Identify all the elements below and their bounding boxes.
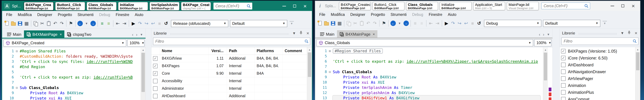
minimize-button[interactable] [607, 2, 618, 10]
titlebar[interactable]: A Spl... B4XPage_CreaB4XMainPage (ctButt… [2, 1, 312, 11]
code-line[interactable]: 8⊟Sub Class_Globals [315, 69, 552, 74]
nav-back-icon[interactable]: ← [390, 20, 396, 27]
editor-scrollbar[interactable]: ▲ [543, 47, 548, 100]
menu-aiuto[interactable]: Aiuto [132, 11, 146, 19]
restart-icon[interactable]: ↺ [476, 20, 482, 27]
scroll-up-icon[interactable]: ▲ [141, 48, 146, 52]
library-checkbox[interactable] [153, 86, 158, 91]
scrollbar-thumb[interactable] [308, 52, 311, 77]
outdent-icon[interactable]: ⇤ [114, 20, 121, 27]
code-line[interactable]: 3'Ctrl + click to sync files: ide://run?… [2, 59, 146, 64]
nav-back-icon[interactable]: ← [77, 20, 83, 27]
column-header[interactable]: Nome [160, 47, 208, 55]
collapse-region-icon[interactable]: ⊟ [327, 69, 333, 74]
quick-access-tab[interactable]: InitializeB4XMainPage (ctrl [440, 2, 472, 10]
library-item[interactable]: ✓B4XPages (Versione: 1.05) [560, 48, 635, 55]
code-line[interactable]: 4#End Region [2, 64, 146, 69]
code-line[interactable]: 10Private xui As XUI [315, 80, 552, 85]
zoom-select[interactable]: 100%▼ [534, 39, 552, 46]
menu-progetto[interactable]: Progetto [55, 11, 75, 19]
library-checkbox[interactable]: ✓ [153, 64, 158, 68]
panel-scrollbar[interactable]: ▲ [635, 47, 640, 100]
code-line[interactable]: 8⊟Sub Class_Globals [2, 85, 146, 90]
library-item[interactable]: Animation [560, 82, 635, 89]
tab-b4xmainpage[interactable]: B4XMainPage× [24, 30, 64, 39]
library-checkbox[interactable]: ✓ [561, 49, 566, 53]
step-over-icon[interactable]: ↪ [143, 20, 150, 27]
library-row[interactable]: AHDashboardAdditional [152, 92, 307, 100]
step-into-icon[interactable]: ↩ [150, 20, 156, 27]
maximize-button[interactable] [290, 2, 300, 10]
filter-box[interactable]: Filtro [153, 38, 310, 45]
new-file-icon[interactable]: ✱ [317, 20, 323, 27]
code-line[interactable]: 5 [315, 54, 552, 59]
close-button[interactable]: × [628, 2, 638, 10]
library-checkbox[interactable]: ✓ [153, 71, 158, 76]
cut-icon[interactable]: ✂ [39, 20, 46, 27]
quick-access-tab[interactable]: B4XPage_CreaB4XMainPage (ct [24, 2, 54, 11]
collapse-region-icon[interactable]: ⊟ [14, 49, 20, 54]
undo-icon[interactable]: ↶ [52, 20, 58, 27]
panel-drag-handle[interactable] [578, 33, 617, 35]
library-checkbox[interactable] [153, 79, 158, 83]
quick-access-tab[interactable]: Button1_ClickB4XMainPage (ct [55, 2, 85, 11]
menu-modifica[interactable]: Modifica [15, 11, 34, 19]
library-checkbox[interactable]: ✓ [153, 56, 158, 61]
code-line[interactable]: 13Private B4XGifView1 As B4XGifView [315, 95, 552, 100]
pin-icon[interactable] [627, 31, 632, 35]
restart-icon[interactable]: ↺ [163, 20, 169, 27]
toolbar-overflow-icon[interactable]: ▼ [290, 21, 294, 26]
library-item[interactable]: AHNavigationDrawer [560, 68, 635, 75]
library-checkbox[interactable] [561, 90, 566, 94]
column-header[interactable]: Path [227, 47, 255, 55]
titlebar[interactable]: i Spla... B4XPage_CreatecB4XMainPage (ct… [315, 1, 640, 11]
nav-dropdown-icon[interactable]: ▼ [83, 20, 90, 27]
code-line[interactable]: 9Private Root As B4XView [315, 74, 552, 80]
library-item[interactable]: AHViewPager [560, 75, 635, 82]
library-row[interactable]: ✓B4XPages1.07InternalB4A, B4i, B4. [152, 62, 307, 70]
filter-box[interactable]: Filtro [562, 37, 638, 45]
library-row[interactable]: AccessibilityInternal [152, 77, 307, 85]
run-icon[interactable]: ▶ [443, 20, 450, 27]
error-mark[interactable] [549, 92, 552, 96]
code-line[interactable]: 2#CustomBuildAction: folders ready, %WIN… [2, 54, 146, 59]
panel-splitter[interactable] [552, 29, 560, 100]
menu-finestre[interactable]: Finestre [426, 11, 445, 18]
quick-access-tab[interactable]: MainPage.bilVisual Designer (ctrl [507, 2, 539, 10]
code-editor[interactable]: 1⊞#Region Shared Files56'Ctrl + click to… [315, 47, 552, 100]
search-box[interactable]: Cerca (Ctrl+F) [541, 3, 590, 9]
panel-splitter[interactable] [146, 29, 152, 100]
quick-access-tab[interactable]: InitializeB4XMainPage (ct [118, 2, 148, 11]
code-line[interactable]: 7 [315, 64, 552, 69]
expand-region-icon[interactable]: ⊞ [327, 48, 333, 54]
indent-icon[interactable]: ⇥ [121, 20, 128, 27]
build-profile-select[interactable]: Default▼ [230, 20, 287, 27]
build-profile-select[interactable]: Default▼ [543, 20, 600, 27]
build-configuration-select[interactable]: Release (obfuscated)▼ [171, 20, 228, 27]
step-into-icon[interactable]: ↩ [463, 20, 469, 27]
tab-main[interactable]: Main [318, 30, 337, 38]
warning-mark[interactable] [549, 87, 552, 91]
redo-icon[interactable]: ↷ [58, 20, 65, 27]
library-checkbox[interactable] [561, 69, 566, 74]
menu-finestre[interactable]: Finestre [113, 11, 132, 19]
tab-b4xmainpage[interactable]: B4XMainPage× [337, 30, 378, 38]
column-header[interactable]: Versi... [208, 47, 227, 55]
code-line[interactable]: 5 [2, 69, 146, 75]
panel-close-icon[interactable]: × [634, 31, 638, 36]
zoom-select[interactable]: 100%▼ [127, 39, 144, 47]
menu-debug[interactable]: Debug [96, 11, 113, 19]
library-item[interactable]: AnimationPlus [560, 89, 635, 96]
scrollbar-thumb[interactable] [142, 53, 145, 92]
menu-modifica[interactable]: Modifica [328, 11, 348, 18]
menu-strumenti[interactable]: Strumenti [75, 11, 96, 19]
library-checkbox[interactable] [561, 83, 566, 88]
scrollbar-thumb[interactable] [544, 53, 547, 80]
quick-access-tab[interactable]: B4XPage_CreatclspagTwo (ctrl + ( [181, 2, 211, 11]
code-line[interactable]: 12Private pnSplashAnim As B4XView [315, 90, 552, 95]
collapse-region-icon[interactable]: ⊟ [14, 85, 20, 90]
nav-forward-icon[interactable]: → [403, 20, 409, 27]
save-icon[interactable] [330, 20, 336, 27]
library-checkbox[interactable] [561, 63, 566, 67]
tab-scroll-right-icon[interactable]: › [136, 32, 138, 37]
